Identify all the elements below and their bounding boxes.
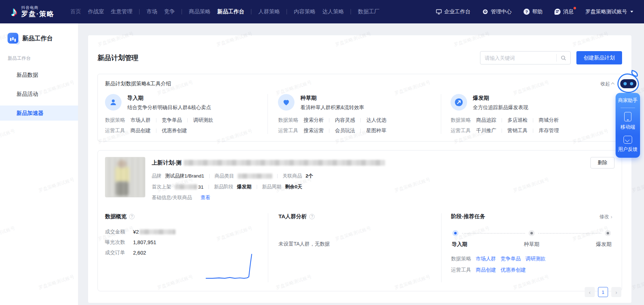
stage-stepper <box>451 230 612 236</box>
nav-item-audience-strategy[interactable]: 人群策略 <box>258 8 280 15</box>
sidebar: 新品工作台 新品工作台 新品数据 新品活动 新品加速器 <box>0 23 78 305</box>
link-search-analysis[interactable]: 搜索分析 <box>303 117 324 124</box>
stage-head: 爆发期 全方位追踪新品爆发表现 <box>451 94 607 111</box>
link-market-audience[interactable]: 市场人群 <box>131 117 151 124</box>
messages-entry[interactable]: 消息 <box>554 8 574 15</box>
brand-value: 测试品牌1/Brand1 <box>165 173 204 179</box>
brand-douyin-label: 抖音电商 <box>21 5 54 10</box>
category-label: 商品类目 <box>215 173 234 179</box>
create-plan-button[interactable]: 创建新品计划 <box>576 51 622 64</box>
stage-label: 新品阶段 <box>214 184 233 190</box>
brand-logo[interactable]: ♪ 抖音电商 罗盘·策略 <box>11 5 54 18</box>
pagination-prev-button[interactable] <box>585 287 595 297</box>
link-competitive-item[interactable]: 竞争单品 <box>162 117 182 124</box>
link-research-testing[interactable]: 调研测款 <box>193 117 213 124</box>
task-link-competitive-item[interactable]: 竞争单品 <box>501 256 521 262</box>
phone-icon <box>624 112 631 121</box>
nav-item-competition[interactable]: 竞争 <box>164 8 175 15</box>
enterprise-workspace-label: 企业工作台 <box>444 8 471 15</box>
basic-info-label: 基础信息/关联商品 <box>152 194 192 201</box>
collapse-toggle[interactable]: 收起 <box>600 81 615 87</box>
management-center-entry[interactable]: 管理中心 <box>482 8 512 15</box>
step-dot-intro[interactable] <box>452 230 458 236</box>
enterprise-workspace-entry[interactable]: 企业工作台 <box>436 8 471 15</box>
link-inventory-management[interactable]: 库存管理 <box>539 127 559 134</box>
task-link-coupon-create[interactable]: 优惠券创建 <box>501 267 526 273</box>
nav-item-new-product-workspace[interactable]: 新品工作台 <box>217 8 244 15</box>
delete-button[interactable]: 删除 <box>590 157 615 169</box>
data-strategy-label: 数据策略 <box>451 117 471 124</box>
nav-item-data-factory[interactable]: 数据工厂 <box>358 8 379 15</box>
link-talent-selection[interactable]: 达人优选 <box>366 117 386 124</box>
divider <box>277 174 278 178</box>
nav-item-business-management[interactable]: 生意管理 <box>111 8 132 15</box>
plan-card: 上新计划-测 删除 品牌 测试品牌1/Brand1 商品类目 关联商品 <box>97 150 622 291</box>
plan-meta-row-2: 首次上架 31 新品阶段 爆发期 新品周期 剩余0天 <box>152 184 615 190</box>
operation-tool-links: 运营工具 商品创建 优惠券创建 <box>105 127 260 134</box>
nav-item-content-strategy[interactable]: 内容策略 <box>294 8 315 15</box>
view-link[interactable]: 查看 <box>201 194 210 201</box>
account-menu[interactable]: 罗盘策略测试账号 <box>585 8 633 15</box>
nav-item-market[interactable]: 市场 <box>146 8 157 15</box>
mascot-eye <box>624 82 627 85</box>
link-mall-analysis[interactable]: 商城分析 <box>539 117 559 124</box>
search-input[interactable] <box>480 55 556 61</box>
edit-link[interactable]: 修改 <box>599 214 612 220</box>
task-link-market-audience[interactable]: 市场人群 <box>476 256 496 262</box>
user-feedback-button[interactable]: 用户反馈 <box>618 136 638 153</box>
intro-header: 新品计划数据策略&工具介绍 收起 <box>105 80 615 87</box>
link-content-inspiration[interactable]: 内容灵感 <box>335 117 355 124</box>
link-coupon-create[interactable]: 优惠券创建 <box>162 127 187 134</box>
related-products-label: 关联商品 <box>283 173 302 179</box>
robot-mascot-icon[interactable] <box>617 71 640 94</box>
search-box <box>480 51 571 64</box>
divider <box>502 118 502 122</box>
divider <box>621 108 635 108</box>
divider <box>360 129 361 133</box>
search-icon[interactable] <box>557 51 570 64</box>
pagination-page-1[interactable]: 1 <box>598 287 608 297</box>
ta-analysis-header: TA人群分析 <box>278 213 441 220</box>
link-star-map-seeding[interactable]: 星图种草 <box>366 127 386 134</box>
task-link-research-testing[interactable]: 调研测款 <box>525 256 545 262</box>
link-search-operation[interactable]: 搜索运营 <box>303 127 324 134</box>
chevron-down-icon <box>630 11 633 13</box>
help-icon[interactable] <box>129 214 134 219</box>
divider <box>257 185 257 189</box>
plan-title: 上新计划-测 <box>152 159 182 167</box>
link-product-create[interactable]: 商品创建 <box>131 127 151 134</box>
navbar-utilities: 企业工作台 管理中心 帮助 消息 罗盘策略测试账号 <box>436 8 634 15</box>
divider <box>329 129 329 133</box>
sidebar-item-new-product-accelerator[interactable]: 新品加速器 <box>0 106 78 121</box>
divider <box>287 9 287 14</box>
link-member-play[interactable]: 会员玩法 <box>335 127 355 134</box>
trend-sparkline-chart <box>205 252 256 282</box>
link-marketing-tools[interactable]: 营销工具 <box>507 127 527 134</box>
top-navbar: ♪ 抖音电商 罗盘·策略 首页 作战室 生意管理 市场 竞争 商品策略 新品工作… <box>0 0 644 23</box>
task-link-product-create[interactable]: 商品创建 <box>476 267 496 273</box>
step-dot-seeding[interactable] <box>529 230 535 236</box>
mobile-app-label: 移动端 <box>621 124 635 130</box>
pagination-next-button[interactable] <box>611 287 621 297</box>
link-qianchuan-promotion[interactable]: 千川推广 <box>476 127 496 134</box>
step-dot-explosion[interactable] <box>605 230 611 236</box>
first-listed-suffix: 31 <box>198 184 204 190</box>
link-product-tracking[interactable]: 商品追踪 <box>476 117 496 124</box>
nav-item-home[interactable]: 首页 <box>70 8 81 15</box>
nav-item-war-room[interactable]: 作战室 <box>88 8 104 15</box>
divider <box>360 118 361 122</box>
help-icon[interactable] <box>309 214 315 219</box>
nav-item-talent-strategy[interactable]: 达人策略 <box>322 8 344 15</box>
sidebar-item-new-product-activity[interactable]: 新品活动 <box>0 86 78 102</box>
divider <box>209 174 210 178</box>
sidebar-item-new-product-data[interactable]: 新品数据 <box>0 67 78 82</box>
sidebar-section-label: 新品工作台 <box>8 55 70 62</box>
nav-item-product-strategy[interactable]: 商品策略 <box>189 8 210 15</box>
ta-analysis-title: TA人群分析 <box>278 213 307 220</box>
help-entry[interactable]: 帮助 <box>524 8 543 15</box>
link-multi-store-inspection[interactable]: 多店巡检 <box>507 117 527 124</box>
merchant-assistant-button[interactable]: 商家助手 <box>618 97 638 104</box>
plan-meta-row-1: 品牌 测试品牌1/Brand1 商品类目 关联商品 2个 <box>152 173 615 179</box>
bar-chart-app-icon <box>8 33 18 44</box>
mobile-app-button[interactable]: 移动端 <box>621 112 635 130</box>
